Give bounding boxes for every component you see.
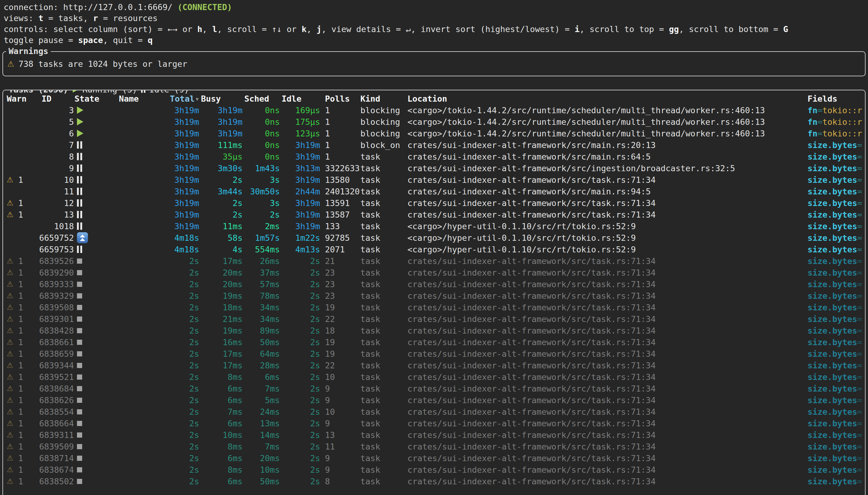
column-header-total-sorted[interactable]: Total▿ — [127, 94, 199, 103]
task-row[interactable]: ⚠168386262s6ms5ms2s9taskcrates/sui-index… — [3, 394, 865, 406]
field-key: size.bytes — [807, 210, 857, 219]
task-row[interactable]: 53h19m3h19m0ns175µs1blocking<cargo>/toki… — [3, 116, 865, 127]
task-row[interactable]: ⚠168393292s19ms78ms2s23taskcrates/sui-in… — [3, 290, 865, 302]
task-row[interactable]: 73h19m111ms0ns3h19m1block_oncrates/sui-i… — [3, 139, 865, 151]
column-header-warn[interactable]: Warn — [5, 94, 37, 103]
warn-count: 1 — [18, 465, 23, 475]
task-row[interactable]: ⚠168387142s6ms20ms2s9taskcrates/sui-inde… — [3, 452, 865, 464]
task-location: crates/sui-indexer-alt-framework/src/tas… — [407, 372, 807, 382]
task-row[interactable]: ⚠168386642s6ms13ms2s9taskcrates/sui-inde… — [3, 417, 865, 429]
task-kind: task — [361, 303, 407, 312]
task-row[interactable]: 113h19m3m44s30m50s2h44m2401320taskcrates… — [3, 186, 865, 197]
busy-value: 6ms — [228, 395, 243, 405]
running-state-icon — [73, 90, 78, 93]
column-header-location[interactable]: Location — [407, 94, 807, 103]
field-separator: = — [857, 164, 862, 173]
task-row[interactable]: 66597524m18s58s1m57s1m22s92785task<cargo… — [3, 232, 865, 243]
task-row[interactable]: 66597534m18s4s554ms4m13s2071task<cargo>/… — [3, 243, 865, 255]
text-segment: , invert sort (highest/lowest) = — [411, 24, 574, 34]
field-key: size.bytes — [807, 361, 857, 370]
column-header-kind[interactable]: Kind — [361, 94, 407, 103]
idle-duration: 2s — [280, 384, 320, 393]
task-row[interactable]: ⚠168395212s8ms6ms2s10taskcrates/sui-inde… — [3, 371, 865, 383]
task-kind: task — [361, 175, 407, 185]
task-row[interactable]: ⚠168385022s6ms50ms2s8taskcrates/sui-inde… — [3, 476, 865, 487]
column-header-idle[interactable]: Idle — [280, 94, 320, 103]
warning-icon: ⚠ — [7, 59, 14, 68]
task-row[interactable]: ⚠168385542s7ms24ms2s10taskcrates/sui-ind… — [3, 406, 865, 417]
column-header-sched[interactable]: Sched — [243, 94, 280, 103]
warn-cell: ⚠1 — [5, 338, 37, 347]
task-fields: size.bytes= — [807, 210, 865, 219]
field-key: size.bytes — [807, 222, 857, 231]
task-row[interactable]: 83h19m35µs0ns3h19m1taskcrates/sui-indexe… — [3, 151, 865, 163]
warn-count: 1 — [18, 419, 23, 428]
task-row[interactable]: ⚠168393332s20ms57ms2s23taskcrates/sui-in… — [3, 278, 865, 290]
task-fields: size.bytes= — [807, 349, 865, 359]
field-key: fn — [807, 117, 818, 127]
total-duration: 2s — [127, 407, 199, 416]
task-row[interactable]: 63h19m3h19m0ns123µs1blocking<cargo>/toki… — [3, 127, 865, 139]
task-row[interactable]: ⚠168393442s17ms28ms2s22taskcrates/sui-in… — [3, 359, 865, 371]
task-row[interactable]: ⚠168386842s6ms7ms2s9taskcrates/sui-index… — [3, 383, 865, 394]
state-cell — [74, 282, 92, 287]
task-row[interactable]: ⚠168395262s17ms26ms2s21taskcrates/sui-in… — [3, 255, 865, 267]
busy-value: 11ms — [223, 222, 243, 231]
total-value: 2s — [189, 419, 199, 428]
column-header-id[interactable]: ID — [37, 94, 74, 103]
status-header: connection: http://127.0.0.1:6669/ (CONN… — [0, 0, 868, 46]
task-fields: size.bytes= — [807, 279, 865, 289]
task-row[interactable]: ⚠1103h19m2s3s3h19m13580taskcrates/sui-in… — [3, 174, 865, 186]
task-row[interactable]: ⚠1123h19m2s3s3h19m13591taskcrates/sui-in… — [3, 197, 865, 209]
stopped-state-icon — [77, 409, 82, 414]
stopped-state-icon — [77, 456, 82, 461]
state-header-label: State — [74, 94, 99, 103]
task-location: crates/sui-indexer-alt-framework/src/tas… — [407, 314, 807, 324]
field-key: size.bytes — [807, 268, 857, 277]
controls-help-line: controls: select column (sort) = ←→ or h… — [4, 24, 868, 35]
task-row[interactable]: ⚠168386742s8ms10ms2s9taskcrates/sui-inde… — [3, 464, 865, 476]
task-row[interactable]: 93h19m3m30s1m43s3h13m3322633taskcrates/s… — [3, 163, 865, 174]
warn-count: 1 — [18, 268, 23, 277]
idle-duration: 3h19m — [280, 198, 320, 208]
column-header-state[interactable]: State Name — [74, 94, 127, 103]
task-row[interactable]: ⚠168392902s20ms37ms2s23taskcrates/sui-in… — [3, 267, 865, 278]
task-kind: task — [361, 419, 407, 428]
total-value: 3h19m — [174, 117, 199, 127]
task-row[interactable]: ⚠168395082s18ms34ms2s19taskcrates/sui-in… — [3, 302, 865, 313]
column-header-fields[interactable]: Fields — [807, 94, 865, 103]
task-row[interactable]: ⚠168386612s16ms50ms2s19taskcrates/sui-in… — [3, 336, 865, 348]
task-fields: size.bytes= — [807, 268, 865, 277]
sched-value: 64ms — [260, 349, 280, 359]
task-location: <cargo>/tokio-1.44.2/src/runtime/schedul… — [407, 129, 807, 138]
task-row[interactable]: ⚠168384282s19ms89ms2s18taskcrates/sui-in… — [3, 325, 865, 336]
warn-cell: ⚠1 — [5, 454, 37, 463]
field-separator: = — [857, 430, 862, 440]
task-kind: task — [361, 314, 407, 324]
idle-duration: 2s — [280, 338, 320, 347]
task-row[interactable]: 10183h19m11ms2ms3h19m133task<cargo>/hype… — [3, 220, 865, 232]
task-row[interactable]: ⚠1133h19m2s2s3h19m13587taskcrates/sui-in… — [3, 209, 865, 220]
task-row[interactable]: 33h19m3h19m0ns169µs1blocking<cargo>/toki… — [3, 104, 865, 116]
task-row[interactable]: ⚠168393012s21ms34ms2s22taskcrates/sui-in… — [3, 313, 865, 325]
task-row[interactable]: ⚠168386592s17ms64ms2s19taskcrates/sui-in… — [3, 348, 865, 359]
connection-label: connection: — [4, 2, 63, 12]
task-row[interactable]: ⚠168393112s10ms14ms2s13taskcrates/sui-in… — [3, 429, 865, 441]
total-value: 2s — [189, 361, 199, 370]
idle-duration: 2s — [280, 256, 320, 266]
field-separator: = — [857, 268, 862, 277]
column-header-busy[interactable]: Busy — [199, 94, 243, 103]
sched-value: 78ms — [260, 291, 280, 301]
field-separator: = — [857, 152, 862, 161]
busy-value: 111ms — [218, 140, 243, 150]
warn-cell: ⚠1 — [5, 407, 37, 416]
warning-icon: ⚠ — [7, 396, 14, 404]
task-row[interactable]: ⚠168395092s8ms7ms2s11taskcrates/sui-inde… — [3, 441, 865, 452]
text-segment: G — [783, 24, 788, 34]
task-id: 6839344 — [37, 361, 74, 370]
tasks-panel: Tasks (2056) Running (3) Idle (9) Warn I… — [2, 90, 866, 495]
column-header-polls[interactable]: Polls — [320, 94, 361, 103]
busy-value: 3h19m — [218, 117, 243, 127]
polls-count: 10 — [320, 372, 361, 382]
state-cell — [74, 246, 92, 253]
